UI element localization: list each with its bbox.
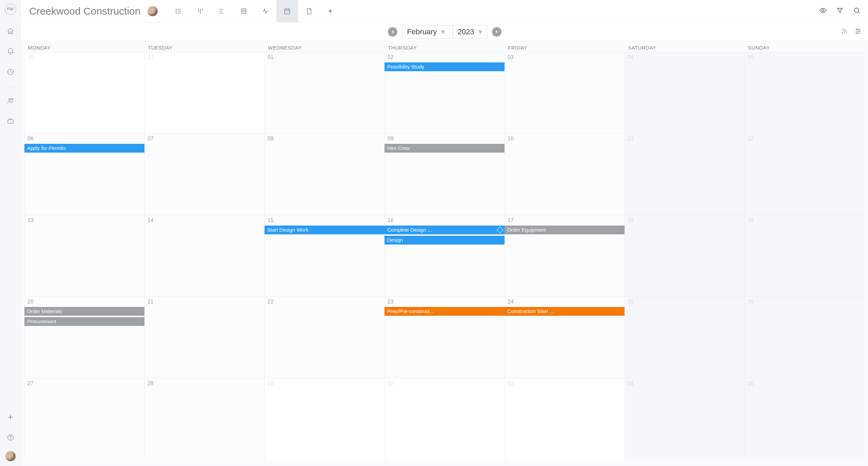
day-header: FRIDAY [505, 45, 625, 51]
svg-point-15 [859, 31, 860, 32]
logo-pm[interactable]: PM [5, 3, 16, 15]
day-number: 28 [147, 381, 262, 387]
day-number: 03 [508, 381, 622, 387]
fold-icon [384, 236, 387, 238]
search-icon[interactable] [853, 7, 861, 16]
calendar-event[interactable]: Construction Start … [505, 307, 625, 316]
filter-icon[interactable] [836, 7, 844, 16]
day-number: 14 [147, 217, 262, 224]
week-row: 06070809101112Apply for PermitsHire Crew [24, 133, 865, 215]
week-row: 20212223242526Order MaterialsPrep/Pre-co… [24, 296, 865, 378]
view-sheet-icon[interactable] [233, 0, 255, 22]
month-select-value: February [407, 27, 437, 36]
bell-icon[interactable] [4, 45, 17, 58]
calendar-event[interactable]: Order Equipment [505, 226, 625, 234]
calendar-event[interactable]: Prep/Pre-construct… [384, 307, 505, 316]
rss-icon[interactable] [841, 27, 848, 36]
people-icon[interactable] [4, 94, 17, 108]
day-number: 07 [147, 136, 262, 142]
day-cell[interactable]: 31 [144, 52, 264, 133]
day-cell[interactable]: 04 [625, 52, 745, 133]
day-cell[interactable]: 07 [144, 134, 264, 215]
visibility-icon[interactable] [819, 7, 827, 16]
day-cell[interactable]: 12 [745, 134, 865, 215]
day-cell[interactable]: 11 [625, 134, 745, 215]
view-board-icon[interactable] [190, 0, 211, 22]
day-number: 02 [388, 54, 502, 60]
view-gantt-icon[interactable] [211, 0, 233, 22]
day-cell[interactable]: 28 [144, 378, 264, 460]
year-select-value: 2023 [458, 27, 474, 36]
chevron-down-icon: ▾ [478, 27, 482, 36]
day-cell[interactable]: 27 [24, 378, 144, 460]
view-list-icon[interactable] [168, 0, 190, 22]
next-month-button[interactable] [492, 27, 501, 37]
calendar-event[interactable]: Hire Crew [384, 144, 505, 153]
view-file-icon[interactable] [298, 0, 320, 22]
prev-month-button[interactable] [388, 27, 397, 37]
svg-point-12 [854, 8, 859, 12]
day-cell[interactable]: 03 [505, 52, 625, 133]
add-icon[interactable] [4, 410, 17, 424]
day-cell[interactable]: 13 [24, 215, 144, 296]
day-cell[interactable]: 25 [625, 297, 745, 378]
day-cell[interactable]: 14 [144, 215, 264, 296]
day-cell[interactable]: 03 [505, 378, 625, 460]
day-number: 11 [628, 136, 742, 142]
day-cell[interactable]: 19 [745, 215, 865, 296]
day-cell[interactable]: 04 [625, 378, 745, 460]
calendar-event[interactable]: Design [384, 236, 505, 245]
svg-point-2 [11, 98, 13, 100]
clock-icon[interactable] [4, 65, 17, 79]
day-cell[interactable]: 21 [144, 297, 264, 378]
day-number: 09 [388, 136, 502, 142]
day-cell[interactable]: 01 [264, 52, 384, 133]
settings-sliders-icon[interactable] [854, 27, 862, 36]
day-cell[interactable]: 22 [264, 297, 384, 378]
day-number: 18 [628, 217, 742, 224]
day-number: 24 [508, 299, 622, 305]
day-number: 15 [268, 217, 382, 224]
day-cell[interactable]: 05 [745, 378, 865, 460]
calendar-event[interactable]: Complete Design … [384, 226, 505, 234]
help-icon[interactable] [4, 431, 17, 444]
svg-point-16 [856, 32, 857, 34]
add-view-icon[interactable]: + [320, 0, 341, 22]
day-cell[interactable]: 01 [264, 378, 384, 460]
rail-avatar[interactable] [5, 451, 16, 461]
day-header: SUNDAY [745, 45, 865, 51]
day-number: 16 [388, 217, 502, 224]
day-cell[interactable]: 10 [505, 134, 625, 215]
project-title: Creekwood Construction [29, 5, 141, 17]
view-activity-icon[interactable] [255, 0, 276, 22]
briefcase-icon[interactable] [4, 114, 17, 128]
calendar-event[interactable]: Procurement [24, 317, 144, 326]
day-cell[interactable]: 30 [24, 52, 144, 133]
day-number: 26 [748, 299, 862, 305]
day-number: 04 [628, 381, 742, 387]
day-header: THURSDAY [384, 45, 505, 51]
day-number: 21 [147, 299, 262, 305]
left-rail: PM [0, 0, 21, 466]
day-header: SATURDAY [625, 45, 745, 51]
day-number: 30 [27, 54, 142, 60]
calendar-event[interactable]: Start Design Work [264, 226, 384, 234]
day-cell[interactable]: 08 [264, 134, 384, 215]
year-select[interactable]: 2023 ▾ [453, 25, 487, 39]
calendar-event[interactable]: Apply for Permits [24, 144, 144, 153]
calendar-event[interactable]: Feasibility Study [384, 62, 505, 71]
day-cell[interactable]: 26 [745, 297, 865, 378]
day-cell[interactable]: 18 [625, 215, 745, 296]
day-number: 27 [27, 381, 142, 387]
day-cell[interactable]: 02 [384, 378, 505, 460]
week-row: 27280102030405 [24, 378, 865, 460]
day-cell[interactable]: 05 [745, 52, 865, 133]
svg-point-11 [822, 9, 824, 12]
day-number: 08 [268, 136, 382, 142]
month-select[interactable]: February ▾ [402, 25, 450, 39]
day-number: 05 [748, 381, 862, 387]
calendar-event[interactable]: Order Materials [24, 307, 144, 316]
view-calendar-icon[interactable] [276, 0, 298, 22]
home-icon[interactable] [4, 24, 17, 38]
project-avatar[interactable] [147, 6, 158, 16]
